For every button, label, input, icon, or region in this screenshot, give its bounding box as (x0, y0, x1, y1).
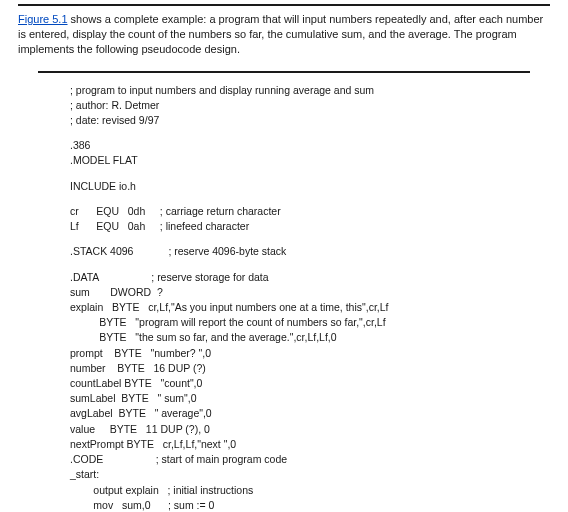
code-line: ; date: revised 9/97 (70, 113, 568, 128)
code-line: .DATA ; reserve storage for data (70, 270, 568, 285)
code-line: sum DWORD ? (70, 285, 568, 300)
code-line: avgLabel BYTE " average",0 (70, 406, 568, 421)
code-listing: ; program to input numbers and display r… (0, 83, 568, 512)
code-line: nextPrompt BYTE cr,Lf,Lf,"next ",0 (70, 437, 568, 452)
code-line: number BYTE 16 DUP (?) (70, 361, 568, 376)
figure-link[interactable]: Figure 5.1 (18, 13, 68, 25)
code-line: .CODE ; start of main program code (70, 452, 568, 467)
code-line: sumLabel BYTE " sum",0 (70, 391, 568, 406)
divider (38, 71, 530, 73)
intro-text: shows a complete example: a program that… (18, 13, 543, 55)
code-line: _start: (70, 467, 568, 482)
code-line: INCLUDE io.h (70, 179, 568, 194)
code-line: .386 (70, 138, 568, 153)
code-line: cr EQU 0dh ; carriage return character (70, 204, 568, 219)
code-line: value BYTE 11 DUP (?), 0 (70, 422, 568, 437)
code-line: prompt BYTE "number? ",0 (70, 346, 568, 361)
code-line: ; author: R. Detmer (70, 98, 568, 113)
code-line: BYTE "the sum so far, and the average.",… (70, 330, 568, 345)
code-line: mov sum,0 ; sum := 0 (70, 498, 568, 512)
code-line: Lf EQU 0ah ; linefeed character (70, 219, 568, 234)
intro-paragraph: Figure 5.1 shows a complete example: a p… (0, 6, 568, 67)
code-line: .MODEL FLAT (70, 153, 568, 168)
code-line: .STACK 4096 ; reserve 4096-byte stack (70, 244, 568, 259)
code-line: explain BYTE cr,Lf,"As you input numbers… (70, 300, 568, 315)
code-line: output explain ; initial instructions (70, 483, 568, 498)
code-line: ; program to input numbers and display r… (70, 83, 568, 98)
code-line: countLabel BYTE "count",0 (70, 376, 568, 391)
code-line: BYTE "program will report the count of n… (70, 315, 568, 330)
